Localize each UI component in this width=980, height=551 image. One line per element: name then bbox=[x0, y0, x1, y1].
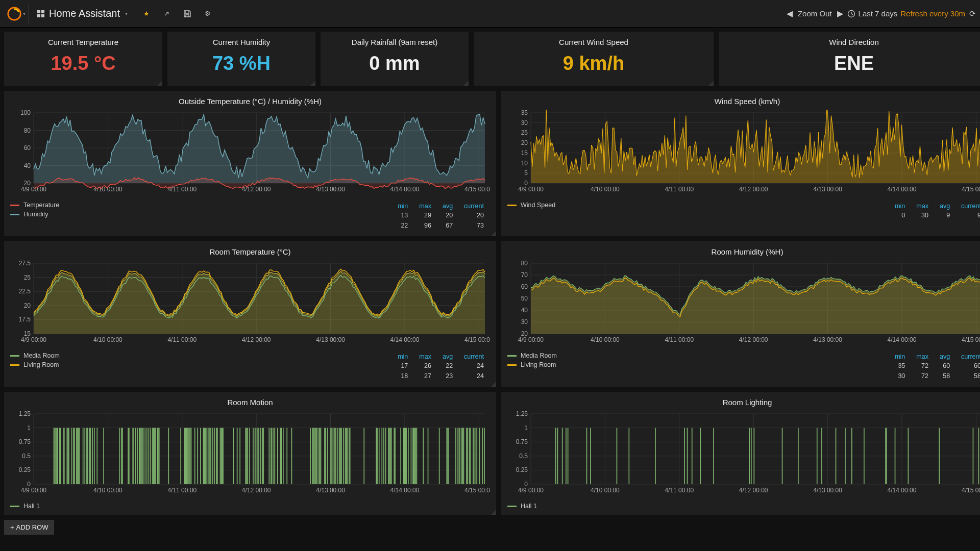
time-back-button[interactable]: ◀ bbox=[787, 9, 793, 18]
resize-handle[interactable] bbox=[708, 81, 714, 86]
legend-item[interactable]: Temperature bbox=[10, 202, 59, 209]
svg-text:4/12 00:00: 4/12 00:00 bbox=[242, 186, 271, 193]
legend-item[interactable]: Media Room bbox=[10, 352, 60, 359]
svg-rect-248 bbox=[286, 428, 287, 484]
svg-text:4/9 00:00: 4/9 00:00 bbox=[21, 487, 46, 494]
svg-rect-198 bbox=[185, 428, 186, 484]
svg-rect-159 bbox=[79, 428, 80, 484]
stat-value: 0 mm bbox=[369, 53, 420, 74]
dashboard-picker[interactable]: Home Assistant ▾ bbox=[29, 4, 136, 23]
add-row-button[interactable]: + ADD ROW bbox=[4, 520, 54, 535]
resize-handle[interactable] bbox=[491, 382, 496, 387]
resize-handle[interactable] bbox=[463, 81, 469, 86]
graph-body[interactable]: 00.250.50.7511.254/9 00:004/10 00:004/11… bbox=[4, 411, 496, 500]
grafana-logo[interactable]: ▾ bbox=[4, 4, 29, 23]
legend-item[interactable]: Humidity bbox=[10, 211, 59, 218]
svg-text:4/15 00:00: 4/15 00:00 bbox=[464, 336, 490, 343]
graph-body[interactable]: 051015202530354/9 00:004/10 00:004/11 00… bbox=[501, 110, 980, 199]
graph-body[interactable]: 203040506070804/9 00:004/10 00:004/11 00… bbox=[501, 260, 980, 350]
svg-rect-296 bbox=[406, 428, 407, 484]
stat-panel: Wind Direction ENE bbox=[719, 32, 980, 86]
svg-rect-314 bbox=[461, 428, 462, 484]
time-forward-button[interactable]: ▶ bbox=[837, 9, 843, 18]
svg-rect-180 bbox=[140, 428, 141, 484]
graph-body[interactable]: 1517.52022.52527.54/9 00:004/10 00:004/1… bbox=[4, 260, 496, 350]
svg-rect-256 bbox=[316, 428, 317, 484]
legend-label: Wind Speed bbox=[521, 202, 555, 209]
legend-item[interactable]: Hall 1 bbox=[10, 503, 40, 510]
resize-handle[interactable] bbox=[310, 81, 315, 86]
graph-body[interactable]: 00.250.50.7511.254/9 00:004/10 00:004/11… bbox=[501, 411, 980, 500]
svg-text:4/9 00:00: 4/9 00:00 bbox=[518, 487, 544, 494]
svg-rect-290 bbox=[394, 428, 395, 484]
svg-rect-188 bbox=[152, 428, 153, 484]
svg-rect-173 bbox=[128, 428, 129, 484]
resize-handle[interactable] bbox=[157, 81, 162, 86]
svg-rect-174 bbox=[129, 428, 130, 484]
svg-rect-214 bbox=[209, 428, 210, 484]
svg-text:4/14 00:00: 4/14 00:00 bbox=[888, 336, 917, 343]
svg-rect-3 bbox=[41, 10, 44, 13]
svg-rect-272 bbox=[341, 428, 342, 484]
settings-button[interactable]: ⚙ bbox=[198, 4, 218, 23]
share-button[interactable]: ↗ bbox=[157, 4, 177, 23]
legend: Hall 1 bbox=[4, 500, 496, 515]
svg-rect-356 bbox=[562, 428, 563, 484]
svg-rect-271 bbox=[340, 428, 341, 484]
svg-text:60: 60 bbox=[521, 283, 528, 290]
svg-rect-148 bbox=[63, 428, 64, 484]
svg-rect-385 bbox=[973, 428, 974, 484]
legend-swatch bbox=[507, 205, 517, 206]
svg-rect-157 bbox=[77, 428, 78, 484]
svg-rect-163 bbox=[87, 428, 88, 484]
zoom-out-button[interactable]: Zoom Out bbox=[798, 9, 832, 18]
time-range-picker[interactable]: Last 7 days Refresh every 30m bbox=[847, 9, 965, 18]
svg-rect-143 bbox=[55, 428, 56, 484]
clock-icon bbox=[847, 10, 855, 18]
svg-rect-241 bbox=[272, 428, 273, 484]
svg-rect-285 bbox=[385, 428, 386, 484]
legend: Media RoomLiving Roomminmaxavgcurrent172… bbox=[4, 350, 496, 387]
refresh-interval-label: Refresh every 30m bbox=[900, 9, 965, 18]
stat-panel: Daily Rainfall (9am reset) 0 mm bbox=[321, 32, 469, 86]
panel-room-lighting: Room Lighting 00.250.50.7511.254/9 00:00… bbox=[501, 392, 980, 515]
svg-text:30: 30 bbox=[521, 318, 528, 325]
legend-label: Living Room bbox=[23, 361, 59, 368]
svg-text:4/11 00:00: 4/11 00:00 bbox=[167, 336, 197, 343]
svg-rect-167 bbox=[94, 428, 95, 484]
svg-rect-258 bbox=[320, 428, 321, 484]
svg-rect-292 bbox=[400, 428, 401, 484]
legend-item[interactable]: Living Room bbox=[10, 361, 60, 368]
chart-svg: 1517.52022.52527.54/9 00:004/10 00:004/1… bbox=[10, 260, 490, 346]
svg-text:4/13 00:00: 4/13 00:00 bbox=[813, 336, 842, 343]
svg-rect-321 bbox=[473, 428, 474, 484]
save-button[interactable] bbox=[177, 4, 198, 23]
svg-text:4/11 00:00: 4/11 00:00 bbox=[167, 487, 197, 494]
chart-svg: 204060801004/9 00:004/10 00:004/11 00:00… bbox=[10, 110, 490, 195]
svg-rect-320 bbox=[470, 428, 471, 484]
svg-text:4/9 00:00: 4/9 00:00 bbox=[518, 336, 544, 343]
svg-rect-365 bbox=[687, 428, 688, 484]
svg-rect-265 bbox=[332, 428, 333, 484]
svg-rect-383 bbox=[908, 428, 909, 484]
legend-item[interactable]: Wind Speed bbox=[507, 202, 555, 209]
svg-rect-278 bbox=[350, 428, 351, 484]
resize-handle[interactable] bbox=[491, 231, 496, 236]
legend-item[interactable]: Media Room bbox=[507, 352, 557, 359]
legend-item[interactable]: Hall 1 bbox=[507, 503, 537, 510]
refresh-button[interactable]: ⟳ bbox=[969, 9, 976, 18]
graph-body[interactable]: 204060801004/9 00:004/10 00:004/11 00:00… bbox=[4, 110, 496, 199]
stat-row: Current Temperature 19.5 °C Current Humi… bbox=[4, 32, 976, 86]
svg-rect-374 bbox=[817, 428, 818, 484]
svg-rect-255 bbox=[316, 428, 317, 484]
svg-rect-194 bbox=[159, 428, 160, 484]
legend-item[interactable]: Living Room bbox=[507, 361, 557, 368]
resize-handle[interactable] bbox=[491, 510, 496, 515]
svg-rect-307 bbox=[447, 428, 448, 484]
svg-rect-355 bbox=[557, 428, 558, 484]
legend-swatch bbox=[507, 506, 517, 507]
star-button[interactable]: ★ bbox=[136, 4, 157, 23]
svg-rect-215 bbox=[210, 428, 211, 484]
svg-text:4/13 00:00: 4/13 00:00 bbox=[316, 336, 345, 343]
svg-rect-357 bbox=[566, 428, 567, 484]
